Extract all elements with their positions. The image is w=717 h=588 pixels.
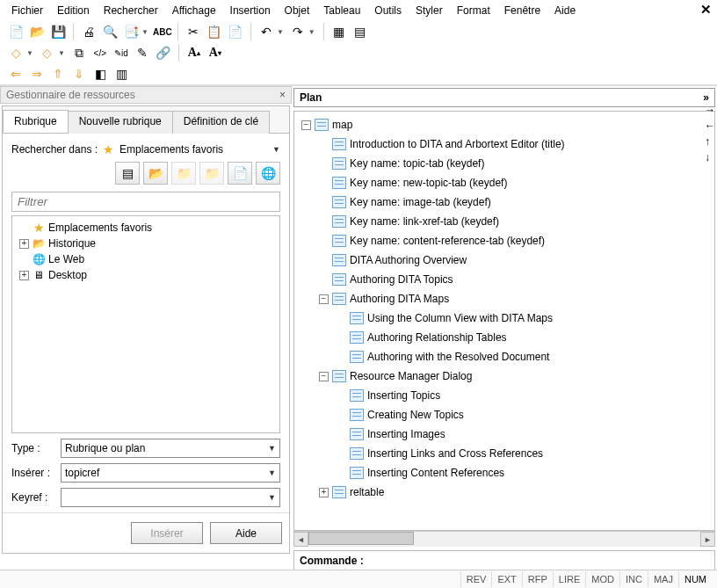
plan-row[interactable]: Inserting Links and Cross References — [294, 444, 714, 463]
status-indicator[interactable]: MAJ — [648, 571, 678, 587]
plan-row[interactable]: Authoring Relationship Tables — [294, 328, 714, 347]
plan-row[interactable]: −map — [294, 115, 714, 134]
table-icon[interactable]: ▦ — [330, 23, 348, 40]
scrollbar-thumb[interactable] — [308, 532, 414, 545]
tree-icon[interactable]: ◧ — [91, 65, 109, 83]
paste-icon[interactable]: 📄 — [227, 23, 244, 40]
tree-item-history[interactable]: + 📂 Historique — [14, 236, 278, 251]
plan-row[interactable]: Key name: image-tab (keydef) — [294, 192, 714, 212]
expand-icon[interactable]: + — [19, 271, 29, 280]
plan-tree[interactable]: −mapIntroduction to DITA and Arbortext E… — [293, 111, 715, 531]
menu-item[interactable]: Affichage — [166, 2, 222, 19]
save-icon[interactable]: 💾 — [49, 23, 67, 40]
menu-item[interactable]: Rechercher — [98, 2, 164, 19]
chevron-down-icon[interactable]: ▼ — [26, 49, 33, 57]
menu-item[interactable]: Aide — [548, 2, 582, 19]
type-combo[interactable]: Rubrique ou plan ▼ — [61, 439, 280, 458]
new-file-icon[interactable]: 📄 — [7, 23, 25, 40]
tree-item-desktop[interactable]: + 🖥 Desktop — [14, 267, 278, 283]
plan-row[interactable]: Inserting Topics — [294, 386, 714, 405]
copy-icon[interactable]: 📋 — [206, 23, 223, 40]
redo-icon[interactable]: ↷ — [289, 23, 307, 40]
xml-icon[interactable]: </> — [91, 44, 109, 62]
insert-button[interactable]: Insérer — [131, 522, 203, 544]
menu-item[interactable]: Format — [451, 2, 496, 19]
open-folder-icon[interactable]: 📂 — [143, 162, 168, 185]
chevron-down-icon[interactable]: ▼ — [268, 468, 276, 477]
plan-row[interactable]: Key name: content-reference-tab (keydef) — [294, 231, 714, 250]
collapse-icon[interactable]: − — [319, 294, 329, 304]
side-arrow-right-icon[interactable]: → — [705, 104, 715, 116]
tab-nouvelle-rubrique[interactable]: Nouvelle rubrique — [68, 111, 173, 134]
chevron-down-icon[interactable]: ▼ — [58, 49, 65, 57]
look-in-tree[interactable]: ★ Emplacements favoris + 📂 Historique 🌐 … — [11, 215, 280, 433]
folder2-icon[interactable]: 📁 — [199, 162, 224, 185]
status-indicator[interactable]: REV — [460, 571, 492, 587]
menu-item[interactable]: Fichier — [5, 2, 49, 19]
move-right-icon[interactable]: ⇒ — [28, 65, 46, 83]
collapse-icon[interactable]: − — [301, 120, 311, 130]
insert-combo[interactable]: topicref ▼ — [61, 463, 280, 483]
status-indicator[interactable]: RFP — [522, 571, 553, 587]
link-icon[interactable]: 🔗 — [155, 44, 172, 62]
copy-element-icon[interactable]: ⧉ — [70, 44, 88, 62]
insert-element-icon[interactable]: ◇ — [7, 44, 25, 62]
tree-item-favorites[interactable]: ★ Emplacements favoris — [14, 220, 278, 236]
plan-row[interactable]: Key name: link-xref-tab (keydef) — [294, 212, 714, 231]
font-increase-icon[interactable]: A▴ — [185, 44, 203, 62]
plan-row[interactable]: Authoring with the Resolved Document — [294, 347, 714, 367]
font-decrease-icon[interactable]: A▾ — [206, 44, 224, 62]
menu-item[interactable]: Objet — [279, 2, 316, 19]
tab-definition-de-cle[interactable]: Définition de clé — [172, 111, 270, 134]
plan-row[interactable]: Key name: topic-tab (keydef) — [294, 154, 714, 173]
chevron-down-icon[interactable]: ▼ — [308, 28, 315, 36]
plan-row[interactable]: Using the Column View with DITA Maps — [294, 309, 714, 328]
move-up-icon[interactable]: ⇑ — [49, 65, 67, 83]
plan-row[interactable]: Creating New Topics — [294, 405, 714, 425]
plan-row[interactable]: −Resource Manager Dialog — [294, 367, 714, 386]
globe-icon[interactable]: 🌐 — [256, 162, 280, 185]
plan-row[interactable]: Key name: new-topic-tab (keydef) — [294, 173, 714, 192]
scrollbar-track[interactable] — [308, 532, 700, 547]
new-doc-icon[interactable]: 📄 — [228, 162, 252, 185]
attribute-icon[interactable]: ✎ — [134, 44, 151, 62]
chevron-down-icon[interactable]: ▼ — [268, 444, 276, 453]
menu-item[interactable]: Edition — [51, 2, 96, 19]
plan-row[interactable]: −Authoring DITA Maps — [294, 289, 714, 309]
menu-item[interactable]: Outils — [368, 2, 408, 19]
plan-row[interactable]: Inserting Content References — [294, 463, 714, 483]
move-left-icon[interactable]: ⇐ — [7, 65, 25, 83]
expand-icon[interactable]: + — [319, 488, 329, 497]
view-icon[interactable]: ▤ — [115, 162, 140, 185]
print-icon[interactable]: 🖨 — [80, 23, 98, 40]
plan-row[interactable]: +reltable — [294, 483, 714, 502]
command-line[interactable]: Commande : — [293, 550, 715, 571]
menu-item[interactable]: Fenêtre — [498, 2, 547, 19]
tab-rubrique[interactable]: Rubrique — [3, 110, 69, 133]
collapse-icon[interactable]: − — [319, 372, 329, 381]
plan-row[interactable]: DITA Authoring Overview — [294, 250, 714, 270]
undo-icon[interactable]: ↶ — [257, 23, 275, 40]
menu-item[interactable]: Insertion — [224, 2, 277, 19]
look-in-value[interactable]: Emplacements favoris — [120, 143, 223, 156]
side-arrow-up-icon[interactable]: ↑ — [705, 135, 715, 148]
plan-row[interactable]: Authoring DITA Topics — [294, 270, 714, 289]
filter-input[interactable] — [11, 192, 280, 212]
menu-item[interactable]: Tableau — [317, 2, 366, 19]
status-indicator[interactable]: INC — [619, 571, 648, 587]
plan-row[interactable]: Introduction to DITA and Arbortext Edito… — [294, 134, 714, 154]
chevron-down-icon[interactable]: ▼ — [141, 28, 148, 36]
side-arrow-down-icon[interactable]: ↓ — [705, 151, 715, 163]
table2-icon[interactable]: ▤ — [351, 23, 369, 40]
plan-arrow-icon[interactable]: » — [703, 91, 709, 104]
horizontal-scrollbar[interactable]: ◄ ► — [293, 531, 715, 547]
publish-icon[interactable]: 📑 — [122, 23, 140, 40]
status-indicator[interactable]: EXT — [491, 571, 521, 587]
open-folder-icon[interactable]: 📂 — [28, 23, 46, 40]
preview-icon[interactable]: 🔍 — [101, 23, 119, 40]
chevron-down-icon[interactable]: ▼ — [268, 493, 276, 502]
insert-element2-icon[interactable]: ◇ — [39, 44, 56, 62]
close-icon[interactable]: ✕ — [700, 2, 712, 18]
status-indicator[interactable]: LIRE — [553, 571, 585, 587]
status-indicator[interactable]: MOD — [585, 571, 619, 587]
